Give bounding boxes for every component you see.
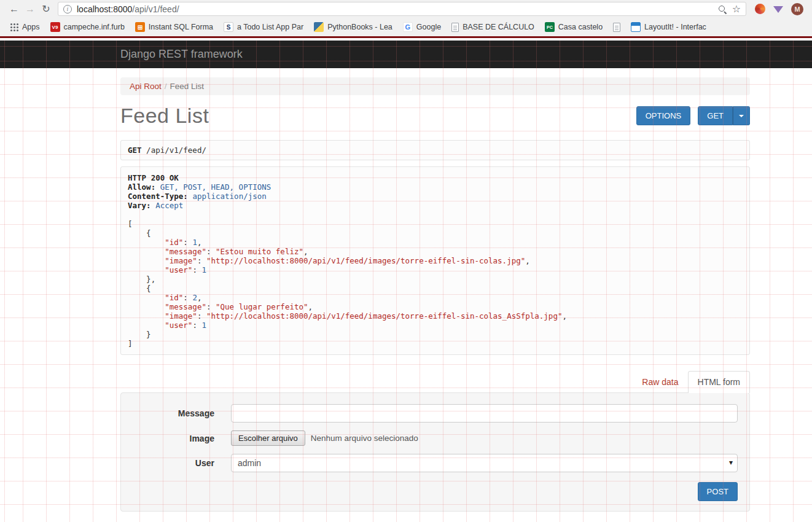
breadcrumb: Api Root/Feed List bbox=[120, 77, 750, 95]
bookmark-google[interactable]: G Google bbox=[399, 20, 445, 34]
document-favicon bbox=[451, 23, 459, 32]
bookmarks-bar: Apps V9 campeche.inf.furb ⊞ Instant SQL … bbox=[0, 18, 812, 36]
options-button[interactable]: OPTIONS bbox=[636, 106, 691, 125]
v9-favicon: V9 bbox=[50, 22, 60, 32]
choose-file-button[interactable]: Escolher arquivo bbox=[231, 430, 305, 446]
post-row: POST bbox=[133, 482, 738, 501]
content-container: Api Root/Feed List Feed List OPTIONS GET… bbox=[120, 77, 750, 512]
select-caret-icon: ▾ bbox=[729, 458, 733, 467]
user-label: User bbox=[133, 458, 231, 468]
forward-icon[interactable]: → bbox=[22, 1, 38, 17]
reload-icon[interactable]: ↻ bbox=[38, 1, 54, 17]
drf-brand-link[interactable]: Django REST framework bbox=[120, 48, 243, 61]
extension-purple-icon[interactable] bbox=[773, 6, 783, 13]
bookmark-campeche[interactable]: V9 campeche.inf.furb bbox=[46, 20, 129, 34]
response-info: HTTP 200 OK Allow: GET, POST, HEAD, OPTI… bbox=[120, 166, 750, 355]
title-row: Feed List OPTIONS GET bbox=[120, 104, 750, 128]
document-favicon bbox=[613, 23, 620, 32]
bookmark-todo-list[interactable]: S a Todo List App Par bbox=[219, 20, 308, 34]
python-favicon bbox=[314, 22, 324, 32]
bookmark-label: BASE DE CÁLCULO bbox=[463, 23, 534, 31]
browser-chrome: ← → ↻ i localhost:8000/api/v1/feed/ ☆ M … bbox=[0, 0, 812, 41]
request-method: GET bbox=[128, 146, 142, 155]
url-path: /api/v1/feed/ bbox=[132, 4, 179, 14]
message-input[interactable] bbox=[231, 404, 738, 423]
form-row-image: Image Escolher arquivo Nenhum arquivo se… bbox=[133, 430, 738, 446]
layoutit-favicon bbox=[631, 22, 641, 32]
bookmark-label: campeche.inf.furb bbox=[64, 23, 125, 31]
bookmark-apps[interactable]: Apps bbox=[6, 21, 44, 33]
extensions-area: M bbox=[752, 3, 806, 15]
back-icon[interactable]: ← bbox=[6, 1, 22, 17]
bookmark-label: Casa castelo bbox=[558, 23, 603, 31]
apps-grid-icon bbox=[10, 23, 18, 31]
tab-html-form[interactable]: HTML form bbox=[688, 371, 750, 393]
breadcrumb-current: Feed List bbox=[170, 82, 205, 91]
response-url-link[interactable]: "http://localhost:8000/api/v1/feed/image… bbox=[206, 311, 562, 321]
page-title: Feed List bbox=[120, 104, 209, 128]
drf-page: Django REST framework Api Root/Feed List… bbox=[0, 41, 812, 522]
request-info: GET /api/v1/feed/ bbox=[120, 140, 750, 160]
site-info-icon[interactable]: i bbox=[63, 5, 72, 14]
response-body: HTTP 200 OK Allow: GET, POST, HEAD, OPTI… bbox=[128, 173, 743, 348]
image-label: Image bbox=[133, 434, 231, 443]
pc-favicon: PC bbox=[545, 22, 555, 32]
form-row-user: User admin ▾ bbox=[133, 454, 738, 472]
sql-favicon: ⊞ bbox=[135, 22, 145, 32]
post-form-panel: Message Image Escolher arquivo Nenhum ar… bbox=[120, 392, 750, 512]
profile-avatar[interactable]: M bbox=[791, 3, 803, 15]
get-dropdown-button[interactable] bbox=[733, 106, 750, 125]
user-select-value: admin bbox=[238, 458, 261, 468]
action-buttons: OPTIONS GET bbox=[636, 106, 750, 125]
breadcrumb-separator: / bbox=[162, 82, 170, 91]
drf-navbar: Django REST framework bbox=[0, 41, 812, 68]
bookmark-label: Google bbox=[416, 23, 441, 31]
bookmark-label: Instant SQL Forma bbox=[149, 23, 213, 31]
format-tabs: Raw data HTML form bbox=[120, 371, 750, 392]
extension-orange-icon[interactable] bbox=[755, 4, 765, 14]
image-field-wrap: Escolher arquivo Nenhum arquivo selecion… bbox=[231, 430, 738, 446]
bookmark-casa-castelo[interactable]: PC Casa castelo bbox=[541, 20, 607, 34]
get-button-group: GET bbox=[698, 106, 750, 125]
response-url-link[interactable]: "http://localhost:8000/api/v1/feed/image… bbox=[206, 256, 525, 265]
bookmark-untitled[interactable] bbox=[609, 21, 625, 34]
browser-toolbar: ← → ↻ i localhost:8000/api/v1/feed/ ☆ M bbox=[0, 0, 812, 18]
breadcrumb-api-root-link[interactable]: Api Root bbox=[130, 82, 162, 91]
form-row-message: Message bbox=[133, 404, 738, 423]
file-status-text: Nenhum arquivo selecionado bbox=[311, 434, 418, 443]
user-select[interactable]: admin ▾ bbox=[231, 454, 738, 472]
bookmark-label: LayoutIt! - Interfac bbox=[644, 23, 706, 31]
user-field-wrap: admin ▾ bbox=[231, 454, 738, 472]
message-field-wrap bbox=[231, 404, 738, 423]
bookmark-label: PythonBooks - Lea bbox=[327, 23, 392, 31]
get-button[interactable]: GET bbox=[698, 106, 733, 125]
url-text: localhost:8000/api/v1/feed/ bbox=[77, 4, 712, 14]
chevron-down-icon bbox=[739, 115, 744, 117]
bookmark-base-calculo[interactable]: BASE DE CÁLCULO bbox=[447, 21, 539, 34]
bookmark-instant-sql[interactable]: ⊞ Instant SQL Forma bbox=[131, 20, 217, 34]
bookmark-star-icon[interactable]: ☆ bbox=[732, 4, 741, 14]
post-button[interactable]: POST bbox=[698, 482, 738, 501]
bookmark-layoutit[interactable]: LayoutIt! - Interfac bbox=[627, 20, 711, 34]
request-path: /api/v1/feed/ bbox=[146, 146, 206, 155]
message-label: Message bbox=[133, 408, 231, 418]
address-bar[interactable]: i localhost:8000/api/v1/feed/ ☆ bbox=[58, 2, 746, 16]
zoom-icon[interactable] bbox=[717, 4, 727, 14]
bookmark-label: Apps bbox=[22, 23, 40, 31]
url-host: localhost:8000 bbox=[77, 4, 132, 14]
google-favicon: G bbox=[403, 22, 413, 32]
todo-favicon: S bbox=[224, 22, 233, 32]
bookmark-label: a Todo List App Par bbox=[237, 23, 303, 31]
bookmark-pythonbooks[interactable]: PythonBooks - Lea bbox=[310, 20, 397, 34]
tab-raw-data[interactable]: Raw data bbox=[633, 372, 687, 392]
